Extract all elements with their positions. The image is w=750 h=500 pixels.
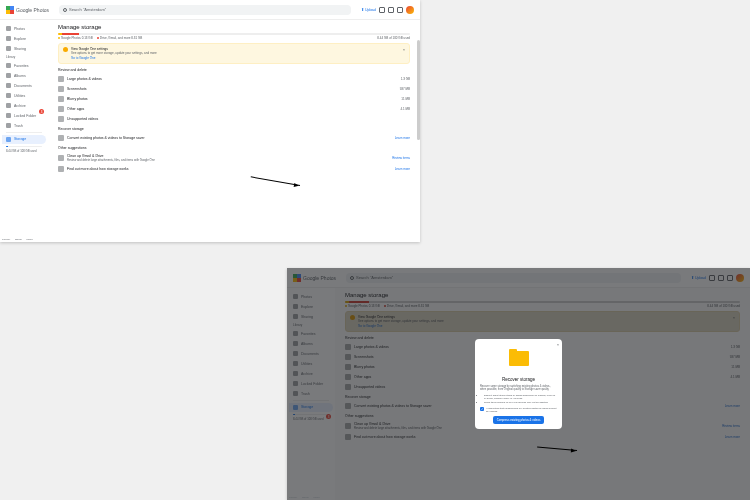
alert-icon [63, 47, 68, 52]
app-logo[interactable]: Google Photos [6, 6, 49, 14]
upload-button[interactable]: ⬆ Upload [361, 8, 376, 12]
recover-storage-modal: × Recover storage Recover some storage b… [475, 339, 562, 430]
google-one-alert: View Google One settings See options to … [58, 43, 410, 64]
sidebar-item-albums[interactable]: Albums [2, 71, 46, 80]
storage-meter [6, 146, 42, 147]
sidebar-item-photos[interactable]: Photos [2, 24, 46, 33]
apps-icon[interactable] [397, 7, 403, 13]
modal-text: Recover some storage by switching existi… [480, 385, 557, 392]
search-icon [63, 8, 67, 12]
help-icon[interactable] [379, 7, 385, 13]
row-convert[interactable]: Convert existing photos & videos to Stor… [58, 133, 410, 143]
row-screenshots[interactable]: Screenshots937 MB [58, 84, 410, 94]
confirm-checkbox-row[interactable]: ✓ I understand that compressing my exist… [480, 407, 557, 413]
usage-bar [58, 33, 410, 35]
row-other-apps[interactable]: Other apps4.1 MB [58, 104, 410, 114]
sidebar-item-sharing[interactable]: Sharing [2, 44, 46, 53]
footer-policy[interactable]: Policy [313, 496, 320, 499]
utilities-badge: 3 [39, 109, 44, 114]
scrollbar[interactable] [417, 40, 420, 140]
search-input[interactable]: Search "Amsterdam" [59, 5, 351, 15]
sidebar-item-explore[interactable]: Explore [2, 34, 46, 43]
footer-privacy[interactable]: Privacy [289, 496, 297, 499]
compress-button[interactable]: Compress existing photos & videos [493, 416, 545, 424]
row-unsupported[interactable]: Unsupported videos [58, 114, 410, 124]
sidebar-item-documents[interactable]: Documents [2, 81, 46, 90]
row-blurry[interactable]: Blurry photos11 MB [58, 94, 410, 104]
page-title: Manage storage [58, 24, 410, 30]
sidebar-item-utilities[interactable]: Utilities [2, 91, 46, 100]
legend-photos: Google Photos 0.13 GB [58, 36, 93, 40]
modal-illustration [480, 344, 557, 374]
close-modal-button[interactable]: × [557, 342, 559, 347]
review-items-link[interactable]: Review items [392, 156, 410, 160]
footer-privacy[interactable]: Privacy [2, 238, 10, 241]
google-one-link[interactable]: Go to Google One [71, 56, 157, 60]
sidebar-item-storage[interactable]: Storage [2, 135, 46, 144]
row-cleanup[interactable]: Clean up Gmail & DriveReview and delete … [58, 152, 410, 164]
review-header: Review and delete [58, 68, 410, 72]
avatar[interactable] [406, 6, 414, 14]
recover-header: Recover storage [58, 127, 410, 131]
row-large-photos[interactable]: Large photos & videos1.3 GB [58, 74, 410, 84]
footer-policy[interactable]: Policy [26, 238, 33, 241]
legend-drive: Drive, Gmail, and more 8.31 GB [97, 36, 143, 40]
usage-total: 8.44 GB of 100 GB used [377, 36, 410, 40]
modal-list: Doesn't affect items stored or added els… [480, 394, 557, 404]
modal-overlay[interactable]: × Recover storage Recover some storage b… [287, 268, 750, 500]
checkbox-icon[interactable]: ✓ [480, 407, 484, 411]
sidebar-item-trash[interactable]: Trash [2, 121, 46, 130]
learn-more-link-2[interactable]: Learn more [395, 167, 410, 171]
other-header: Other suggestions [58, 146, 410, 150]
row-findout[interactable]: Find out more about how storage worksLea… [58, 164, 410, 174]
footer-terms[interactable]: Terms [302, 496, 309, 499]
close-alert-button[interactable]: × [403, 47, 405, 60]
footer-terms[interactable]: Terms [15, 238, 22, 241]
learn-more-link[interactable]: Learn more [395, 136, 410, 140]
storage-text: 8.44 GB of 100 GB used [6, 149, 42, 153]
library-header: Library [6, 55, 42, 59]
sidebar-item-favorites[interactable]: Favorites [2, 61, 46, 70]
sidebar: Photos Explore Sharing Library Favorites… [0, 20, 48, 242]
settings-icon[interactable] [388, 7, 394, 13]
folder-icon [509, 351, 529, 366]
modal-title: Recover storage [480, 377, 557, 382]
